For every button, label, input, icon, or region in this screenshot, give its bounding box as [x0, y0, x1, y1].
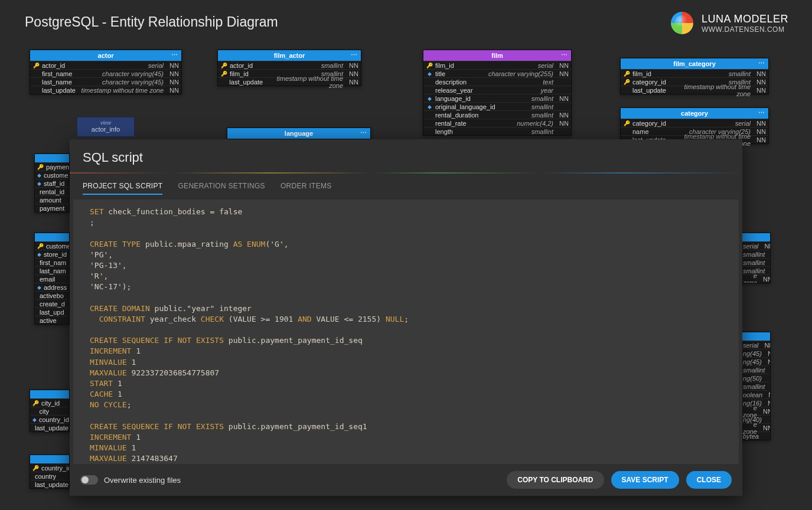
close-button[interactable]: CLOSE — [686, 471, 732, 489]
entity-header[interactable]: film⋯ — [423, 50, 571, 61]
table-row[interactable]: 🔑actor_idsmallintNN — [218, 61, 361, 69]
more-icon[interactable]: ⋯ — [351, 51, 357, 59]
table-row[interactable]: 🔑custome — [35, 241, 69, 250]
column-type: smallint — [743, 383, 767, 390]
column-notnull: NN — [767, 350, 771, 357]
brand-url: WWW.DATENSEN.COM — [702, 25, 788, 34]
more-icon[interactable]: ⋯ — [171, 51, 178, 59]
divider — [70, 172, 742, 174]
entity-header[interactable] — [35, 154, 69, 162]
more-icon[interactable]: ⋯ — [758, 60, 765, 67]
column-type: ng(45) — [743, 350, 764, 357]
entity-header[interactable]: actor⋯ — [30, 50, 181, 61]
table-row[interactable]: last_updatetimestamp without time zoneNN — [30, 86, 181, 94]
column-notnull: NN — [755, 70, 766, 77]
table-row[interactable]: ◆store_id — [35, 250, 69, 258]
table-row[interactable]: activebo — [35, 291, 69, 299]
column-notnull: NN — [348, 62, 358, 69]
overwrite-toggle[interactable]: Overwrite existing files — [80, 475, 181, 485]
column-name: film_id — [230, 70, 249, 77]
entity-header[interactable] — [35, 233, 69, 241]
column-type: smallint — [743, 259, 767, 266]
table-row[interactable]: city — [30, 407, 69, 415]
table-row[interactable]: ◆language_idsmallintNN — [423, 94, 571, 102]
table-row[interactable]: first_nam — [35, 258, 69, 266]
entity-film[interactable]: film⋯ 🔑film_idserialNN◆titlecharacter va… — [423, 50, 572, 136]
primary-key-icon: 🔑 — [623, 120, 630, 126]
entity-category[interactable]: category⋯ 🔑category_idserialNNnamecharac… — [620, 107, 769, 144]
table-row[interactable]: 🔑category_idserialNN — [621, 119, 768, 127]
column-type: serial — [668, 120, 753, 127]
copy-to-clipboard-button[interactable]: COPY TO CLIPBOARD — [507, 471, 604, 489]
table-row[interactable]: country — [30, 472, 69, 480]
entity-language[interactable]: language⋯ — [227, 128, 371, 139]
entity-header[interactable]: language⋯ — [227, 128, 370, 139]
foreign-key-icon: ◆ — [426, 71, 433, 77]
table-row[interactable]: last_update — [30, 423, 69, 431]
tab-order-items[interactable]: ORDER ITEMS — [281, 178, 332, 195]
entity-actor[interactable]: actor⋯ 🔑actor_idserialNNfirst_namecharac… — [30, 50, 182, 94]
column-type: bytea — [743, 433, 761, 440]
table-row[interactable]: 🔑country_id — [30, 463, 69, 472]
entity-header[interactable]: film_actor⋯ — [218, 50, 361, 61]
table-row[interactable]: lengthsmallint — [423, 127, 571, 135]
table-row[interactable]: payment — [35, 204, 69, 212]
toggle-switch-icon[interactable] — [80, 475, 98, 485]
table-row[interactable]: 🔑city_id — [30, 398, 69, 407]
entity-film-actor[interactable]: film_actor⋯ 🔑actor_idsmallintNN🔑film_ids… — [217, 50, 361, 86]
table-row[interactable]: 🔑film_idsmallintNN — [621, 69, 768, 77]
modal-tabs: PROJECT SQL SCRIPT GENERATION SETTINGS O… — [70, 174, 742, 195]
entity-customer-partial[interactable]: 🔑custome◆store_idfirst_namlast_namemail◆… — [34, 233, 70, 325]
erd-canvas[interactable]: PostgreSQL - Entity Relationship Diagram… — [0, 0, 812, 510]
entity-city-partial[interactable]: 🔑city_idcity◆country_idlast_update — [30, 390, 70, 432]
tab-project-sql-script[interactable]: PROJECT SQL SCRIPT — [83, 178, 162, 195]
table-row[interactable]: create_d — [35, 299, 69, 308]
table-row[interactable]: 🔑film_idserialNN — [423, 61, 571, 69]
entity-payment-partial[interactable]: 🔑payment◆custome◆staff_idrental_idamount… — [34, 153, 70, 212]
column-notnull: NN — [168, 79, 179, 86]
entity-header[interactable]: category⋯ — [621, 108, 768, 119]
table-row[interactable]: email — [35, 274, 69, 283]
more-icon[interactable]: ⋯ — [360, 129, 367, 137]
entity-film-category[interactable]: film_category⋯ 🔑film_idsmallintNN🔑catego… — [620, 58, 769, 94]
entity-header[interactable] — [30, 455, 69, 463]
table-row[interactable]: ◆staff_id — [35, 179, 69, 187]
table-row[interactable]: amount — [35, 195, 69, 204]
table-row[interactable]: last_namecharacter varying(45)NN — [30, 77, 181, 86]
table-row[interactable]: ◆titlecharacter varying(255)NN — [423, 69, 571, 77]
table-row[interactable]: rental_durationsmallintNN — [423, 110, 571, 119]
table-row[interactable]: first_namecharacter varying(45)NN — [30, 69, 181, 77]
table-row[interactable]: last_updatetimestamp without time zoneNN — [218, 77, 361, 86]
table-row[interactable]: rental_id — [35, 187, 69, 195]
sql-code-area[interactable]: SET check_function_bodies = false ; CREA… — [73, 200, 739, 464]
table-row[interactable]: descriptiontext — [423, 77, 571, 86]
table-row[interactable]: active — [35, 316, 69, 324]
table-row[interactable]: 🔑payment — [35, 162, 69, 171]
entity-header[interactable] — [30, 390, 69, 398]
table-row[interactable]: rental_ratenumeric(4,2)NN — [423, 119, 571, 127]
entity-header[interactable]: film_category⋯ — [621, 58, 768, 69]
column-name: country_id — [39, 416, 69, 423]
table-row[interactable]: ◆original_language_idsmallint — [423, 102, 571, 110]
table-row[interactable]: ◆country_id — [30, 415, 69, 423]
table-row[interactable]: last_nam — [35, 266, 69, 274]
more-icon[interactable]: ⋯ — [561, 51, 568, 59]
view-actor-info[interactable]: view actor_info — [77, 117, 135, 137]
column-name: rental_duration — [435, 112, 478, 119]
column-notnull: NN — [168, 87, 179, 94]
column-name: last_update — [229, 79, 263, 86]
table-row[interactable]: last_update — [30, 480, 69, 488]
table-row[interactable]: last_updatetimestamp without time zoneNN — [621, 86, 768, 94]
table-row[interactable]: release_yearyear — [423, 86, 571, 94]
tab-generation-settings[interactable]: GENERATION SETTINGS — [178, 178, 265, 195]
column-name: name — [632, 128, 649, 135]
entity-country-partial[interactable]: 🔑country_idcountrylast_update — [30, 455, 70, 489]
save-script-button[interactable]: SAVE SCRIPT — [611, 471, 679, 489]
table-row[interactable]: ◆address — [35, 283, 69, 291]
table-row[interactable]: ◆custome — [35, 171, 69, 179]
column-notnull: NN — [769, 367, 771, 374]
more-icon[interactable]: ⋯ — [758, 109, 765, 117]
table-row[interactable]: last_upd — [35, 308, 69, 316]
table-row[interactable]: 🔑actor_idserialNN — [30, 61, 181, 69]
column-notnull: NN — [348, 70, 358, 77]
